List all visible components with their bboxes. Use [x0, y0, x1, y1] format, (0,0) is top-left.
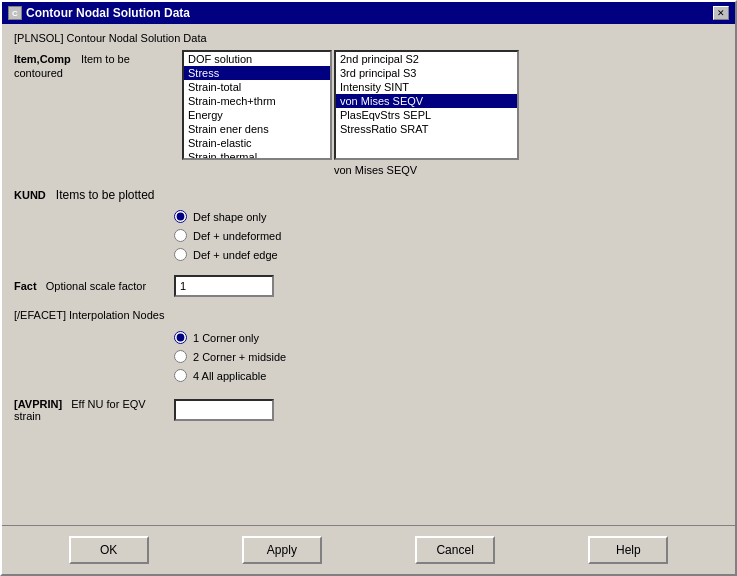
component-listbox[interactable]: 2nd principal S23rd principal S3Intensit…	[334, 50, 519, 160]
button-bar: OK Apply Cancel Help	[2, 525, 735, 574]
fact-label: Fact	[14, 280, 37, 292]
close-button[interactable]: ✕	[713, 6, 729, 20]
eff-nu-input[interactable]	[174, 399, 274, 421]
title-controls: ✕	[713, 6, 729, 20]
listbox2-item[interactable]: Intensity SINT	[336, 80, 517, 94]
scale-factor-input[interactable]	[174, 275, 274, 297]
optional-scale-label: Optional scale factor	[46, 280, 146, 292]
listbox1-item[interactable]: Strain-elastic	[184, 136, 330, 150]
item-comp-label-col: Item,Comp Item to be contoured	[14, 50, 174, 80]
deformation-radio[interactable]	[174, 210, 187, 223]
avprin-label: [AVPRIN]	[14, 398, 62, 410]
interpolation-radio[interactable]	[174, 350, 187, 363]
interpolation-radio-group: 1 Corner only 2 Corner + midside 4 All a…	[174, 331, 723, 382]
listbox-container: DOF solutionStressStrain-totalStrain-mec…	[182, 50, 519, 160]
kund-row: KUND Items to be plotted	[14, 186, 723, 202]
help-button[interactable]: Help	[588, 536, 668, 564]
listbox1-item[interactable]: Strain ener dens	[184, 122, 330, 136]
deformation-radio-label: Def + undeformed	[193, 230, 281, 242]
deformation-radio-item[interactable]: Def shape only	[174, 210, 723, 223]
interpolation-radio[interactable]	[174, 331, 187, 344]
main-window: C Contour Nodal Solution Data ✕ [PLNSOL]…	[0, 0, 737, 576]
item-comp-label: Item,Comp	[14, 53, 71, 65]
listbox1-item[interactable]: DOF solution	[184, 52, 330, 66]
deformation-radio[interactable]	[174, 229, 187, 242]
kund-label: KUND	[14, 189, 46, 201]
listbox1-item[interactable]: Stress	[184, 66, 330, 80]
dialog-content: [PLNSOL] Contour Nodal Solution Data Ite…	[2, 24, 735, 525]
deformation-radio-group: Def shape only Def + undeformed Def + un…	[174, 210, 723, 261]
items-plotted-label: Items to be plotted	[56, 188, 155, 202]
listbox2-item[interactable]: 2nd principal S2	[336, 52, 517, 66]
cancel-button[interactable]: Cancel	[415, 536, 495, 564]
listbox1-item[interactable]: Strain-thermal	[184, 150, 330, 160]
avprin-label-col: [AVPRIN] Eff NU for EQV strain	[14, 398, 174, 422]
interpolation-radio-item[interactable]: 2 Corner + midside	[174, 350, 723, 363]
deformation-radio[interactable]	[174, 248, 187, 261]
interpolation-radio-item[interactable]: 1 Corner only	[174, 331, 723, 344]
listbox1-item[interactable]: Energy	[184, 108, 330, 122]
listbox1-item[interactable]: Strain-total	[184, 80, 330, 94]
fact-row: Fact Optional scale factor	[14, 275, 723, 297]
avprin-row: [AVPRIN] Eff NU for EQV strain	[14, 398, 723, 422]
deformation-radio-item[interactable]: Def + undef edge	[174, 248, 723, 261]
interpolation-radio[interactable]	[174, 369, 187, 382]
title-bar-left: C Contour Nodal Solution Data	[8, 6, 190, 20]
plnsol-label: [PLNSOL] Contour Nodal Solution Data	[14, 32, 723, 44]
interpolation-radio-label: 2 Corner + midside	[193, 351, 286, 363]
listbox2-item[interactable]: von Mises SEQV	[336, 94, 517, 108]
ok-button[interactable]: OK	[69, 536, 149, 564]
listbox2-item[interactable]: 3rd principal S3	[336, 66, 517, 80]
selected-value-display: von Mises SEQV	[334, 164, 723, 176]
item-comp-row: Item,Comp Item to be contoured DOF solut…	[14, 50, 723, 160]
deformation-radio-label: Def shape only	[193, 211, 266, 223]
listbox1-item[interactable]: Strain-mech+thrm	[184, 94, 330, 108]
interpolation-radio-item[interactable]: 4 All applicable	[174, 369, 723, 382]
deformation-radio-item[interactable]: Def + undeformed	[174, 229, 723, 242]
interpolation-radio-label: 1 Corner only	[193, 332, 259, 344]
interpolation-radio-label: 4 All applicable	[193, 370, 266, 382]
listbox2-item[interactable]: StressRatio SRAT	[336, 122, 517, 136]
fact-label-col: Fact Optional scale factor	[14, 280, 174, 292]
deformation-radio-label: Def + undef edge	[193, 249, 278, 261]
listbox2-item[interactable]: PlasEqvStrs SEPL	[336, 108, 517, 122]
solution-type-listbox[interactable]: DOF solutionStressStrain-totalStrain-mec…	[182, 50, 332, 160]
window-icon: C	[8, 6, 22, 20]
window-title: Contour Nodal Solution Data	[26, 6, 190, 20]
title-bar: C Contour Nodal Solution Data ✕	[2, 2, 735, 24]
efacet-label: [/EFACET] Interpolation Nodes	[14, 309, 723, 321]
apply-button[interactable]: Apply	[242, 536, 322, 564]
kund-label-col: KUND Items to be plotted	[14, 186, 174, 202]
